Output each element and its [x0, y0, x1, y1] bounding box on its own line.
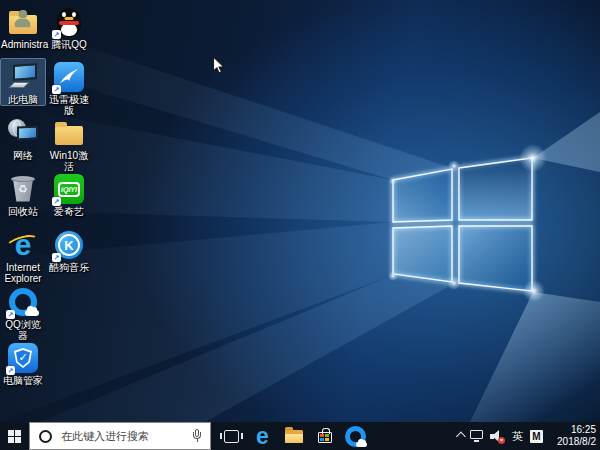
kugou-icon: K ↗ [53, 229, 85, 261]
desktop-icon-internet-explorer[interactable]: e Internet Explorer [1, 227, 45, 284]
desktop-icon-win10-activation-folder[interactable]: Win10激活 [47, 115, 91, 172]
clock-date: 2018/8/2 [550, 436, 596, 448]
shortcut-arrow-icon: ↗ [52, 85, 61, 94]
cortana-icon [39, 430, 52, 443]
task-view-icon [224, 430, 239, 443]
taskbar: 在此键入进行搜索 e × 英 M 16:25 2018/8/2 [0, 422, 600, 450]
icon-label: 网络 [1, 150, 45, 161]
check-icon: ✓ [14, 351, 32, 364]
task-view-button[interactable] [216, 422, 247, 450]
store-bag-icon [318, 432, 332, 443]
qq-browser-icon [345, 426, 366, 447]
desktop-icon-kugou-music[interactable]: K ↗ 酷狗音乐 [47, 227, 91, 273]
ime-mode-icon[interactable]: M [530, 430, 543, 443]
qq-penguin-icon: ↗ [53, 6, 85, 38]
icon-label: Administra [1, 39, 45, 50]
taskbar-search-box[interactable]: 在此键入进行搜索 [29, 422, 211, 450]
taskbar-clock[interactable]: 16:25 2018/8/2 [550, 424, 596, 448]
edge-icon: e [256, 425, 269, 448]
qq-browser-taskbar-button[interactable] [340, 422, 371, 450]
desktop-icon-tencent-qq[interactable]: ↗ 腾讯QQ [47, 4, 91, 50]
system-tray: × 英 M 16:25 2018/8/2 [456, 422, 600, 450]
volume-muted-icon[interactable]: × [490, 430, 505, 443]
shortcut-arrow-icon: ↗ [52, 253, 61, 262]
network-status-icon[interactable] [470, 430, 483, 439]
recycle-bin-icon: ♻ [7, 173, 39, 205]
desktop-icon-this-pc[interactable]: 此电脑 [1, 59, 45, 105]
folder-icon [53, 117, 85, 149]
thunder-bird-icon: ↗ [53, 61, 85, 93]
clock-time: 16:25 [550, 424, 596, 436]
icon-label: 此电脑 [1, 94, 45, 105]
icon-label: 爱奇艺 [47, 206, 91, 217]
shortcut-arrow-icon: ↗ [6, 310, 15, 319]
file-explorer-button[interactable] [278, 422, 309, 450]
desktop-icon-iqiyi[interactable]: iQIYI ↗ 爱奇艺 [47, 171, 91, 217]
icon-label: QQ浏览器 [1, 319, 45, 341]
desktop-icon-qq-browser[interactable]: ↗ QQ浏览器 [1, 284, 45, 341]
pc-manager-shield-icon: ✓ ↗ [7, 342, 39, 374]
qq-browser-icon: ↗ [7, 286, 39, 318]
internet-explorer-icon: e [7, 229, 39, 261]
taskbar-app-buttons: e [216, 422, 371, 450]
icon-label: 电脑管家 [1, 375, 45, 386]
desktop-icon-pc-manager[interactable]: ✓ ↗ 电脑管家 [1, 340, 45, 386]
ime-language-indicator[interactable]: 英 [512, 429, 523, 444]
icon-label: 迅雷极速版 [47, 94, 91, 116]
shortcut-arrow-icon: ↗ [6, 366, 15, 375]
desktop-icon-xunlei[interactable]: ↗ 迅雷极速版 [47, 59, 91, 116]
mute-badge: × [498, 437, 505, 444]
icon-label: Internet Explorer [1, 262, 45, 284]
desktop-icon-administrator-folder[interactable]: Administra [1, 4, 45, 50]
this-pc-icon [7, 61, 39, 93]
search-placeholder: 在此键入进行搜索 [61, 429, 149, 444]
iqiyi-icon: iQIYI ↗ [53, 173, 85, 205]
microphone-icon[interactable] [192, 429, 202, 445]
shortcut-arrow-icon: ↗ [52, 197, 61, 206]
recycle-symbol-icon: ♻ [11, 184, 35, 195]
icon-label: 腾讯QQ [47, 39, 91, 50]
edge-button[interactable]: e [247, 422, 278, 450]
tray-chevron-up-icon[interactable] [456, 431, 466, 441]
shortcut-arrow-icon: ↗ [52, 30, 61, 39]
icon-label: 回收站 [1, 206, 45, 217]
network-icon [7, 117, 39, 149]
user-folder-icon [7, 6, 39, 38]
windows-logo-icon [8, 430, 21, 443]
icon-label: Win10激活 [47, 150, 91, 172]
icon-label: 酷狗音乐 [47, 262, 91, 273]
start-button[interactable] [0, 422, 29, 450]
microsoft-store-button[interactable] [309, 422, 340, 450]
desktop-icon-network[interactable]: 网络 [1, 115, 45, 161]
desktop-icon-recycle-bin[interactable]: ♻ 回收站 [1, 171, 45, 217]
file-explorer-icon [285, 430, 303, 443]
